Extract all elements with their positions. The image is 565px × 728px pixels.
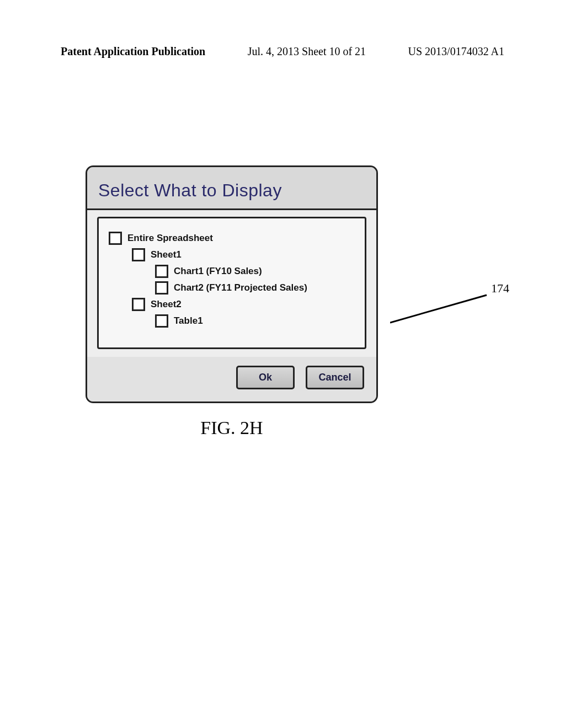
header-sheet-info: Jul. 4, 2013 Sheet 10 of 21 <box>248 45 366 58</box>
checkbox-tree: Entire Spreadsheet Sheet1 Chart1 (FY10 S… <box>97 217 366 349</box>
ok-button[interactable]: Ok <box>236 366 295 389</box>
tree-node-entire-spreadsheet[interactable]: Entire Spreadsheet <box>109 232 355 245</box>
checkbox-icon[interactable] <box>155 265 168 278</box>
tree-label: Sheet2 <box>151 299 182 310</box>
lead-line-icon <box>390 292 495 325</box>
checkbox-icon[interactable] <box>132 248 145 261</box>
header-publication: Patent Application Publication <box>61 45 205 58</box>
cancel-button[interactable]: Cancel <box>306 366 364 389</box>
reference-number: 174 <box>491 281 509 296</box>
dialog-title: Select What to Display <box>87 167 376 210</box>
checkbox-icon[interactable] <box>155 281 168 295</box>
dialog-footer: Ok Cancel <box>87 357 376 402</box>
figure-area: Select What to Display Entire Spreadshee… <box>86 165 461 438</box>
svg-line-0 <box>390 295 487 323</box>
dialog-body: Entire Spreadsheet Sheet1 Chart1 (FY10 S… <box>87 210 376 357</box>
page: Patent Application Publication Jul. 4, 2… <box>0 0 565 728</box>
tree-node-sheet2[interactable]: Sheet2 <box>132 298 355 311</box>
header-patent-id: US 2013/0174032 A1 <box>408 45 504 58</box>
tree-node-chart2[interactable]: Chart2 (FY11 Projected Sales) <box>155 281 355 295</box>
tree-label: Sheet1 <box>151 249 182 260</box>
callout-line <box>390 292 495 325</box>
checkbox-icon[interactable] <box>155 314 168 328</box>
tree-label: Table1 <box>174 315 203 326</box>
tree-label: Chart1 (FY10 Sales) <box>174 266 262 277</box>
checkbox-icon[interactable] <box>132 298 145 311</box>
tree-node-chart1[interactable]: Chart1 (FY10 Sales) <box>155 265 355 278</box>
figure-caption: FIG. 2H <box>86 417 378 438</box>
tree-node-table1[interactable]: Table1 <box>155 314 355 328</box>
tree-label: Entire Spreadsheet <box>127 233 213 244</box>
tree-node-sheet1[interactable]: Sheet1 <box>132 248 355 261</box>
checkbox-icon[interactable] <box>109 232 122 245</box>
select-display-dialog: Select What to Display Entire Spreadshee… <box>86 165 378 403</box>
tree-label: Chart2 (FY11 Projected Sales) <box>174 282 307 293</box>
page-header: Patent Application Publication Jul. 4, 2… <box>61 45 504 58</box>
